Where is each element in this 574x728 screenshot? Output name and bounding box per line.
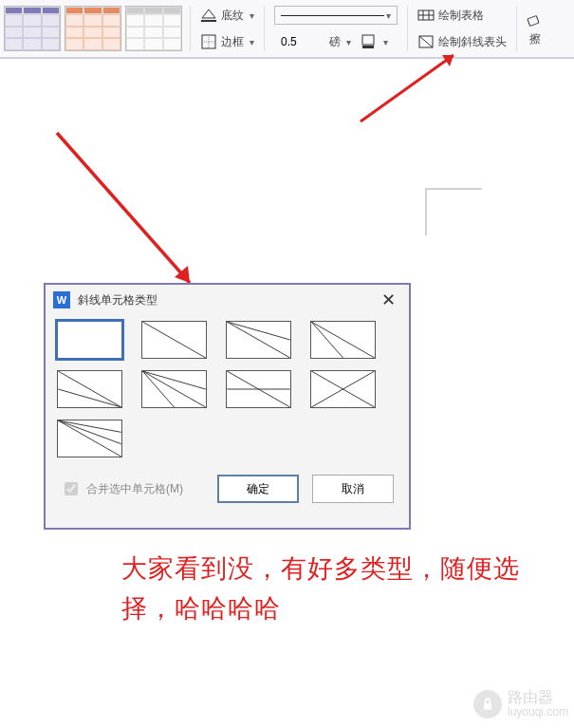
- line-width-number: 0.5: [281, 35, 297, 48]
- svg-line-24: [142, 371, 206, 407]
- watermark-brand: 路由器: [508, 689, 568, 706]
- draw-diagonal-icon: [417, 33, 435, 50]
- svg-line-17: [142, 322, 206, 358]
- diagonal-options-grid: [46, 315, 409, 461]
- watermark-sub: luyouqi.com: [508, 706, 568, 719]
- svg-line-23: [58, 389, 121, 407]
- diagonal-option-three[interactable]: [141, 370, 207, 408]
- svg-line-13: [361, 55, 454, 121]
- svg-line-21: [311, 322, 343, 358]
- separator: [516, 6, 517, 51]
- svg-line-11: [419, 36, 433, 47]
- svg-line-19: [227, 322, 290, 340]
- draw-table-icon: [417, 7, 435, 24]
- dialog-titlebar: W 斜线单元格类型 ✕: [46, 285, 409, 315]
- cancel-button-label: 取消: [342, 481, 364, 497]
- line-color-icon[interactable]: [361, 33, 378, 50]
- ok-button[interactable]: 确定: [217, 475, 299, 503]
- table-style-option[interactable]: [125, 6, 182, 51]
- svg-line-20: [311, 322, 375, 358]
- svg-rect-0: [201, 20, 216, 22]
- eraser-icon[interactable]: [527, 10, 544, 28]
- line-group: ▾ 0.5 磅 ▾ ▾: [272, 0, 399, 57]
- eraser-label[interactable]: 擦: [529, 31, 541, 47]
- diagonal-option-cross[interactable]: [310, 370, 376, 408]
- border-icon: [200, 33, 217, 50]
- dialog-button-row: 合并选中单元格(M) 确定 取消: [46, 465, 409, 513]
- diagonal-option-two-top[interactable]: [226, 321, 291, 359]
- svg-line-26: [142, 371, 174, 407]
- merge-cells-label: 合并选中单元格(M): [86, 481, 183, 497]
- close-icon[interactable]: ✕: [376, 288, 401, 312]
- line-color-dropdown-icon[interactable]: ▾: [383, 37, 388, 47]
- ok-button-label: 确定: [247, 481, 269, 497]
- svg-rect-34: [484, 703, 491, 709]
- svg-line-15: [57, 133, 190, 283]
- annotation-arrow: [57, 133, 218, 307]
- svg-line-32: [58, 420, 121, 444]
- diagonal-option-none[interactable]: [57, 321, 122, 359]
- merge-cells-checkbox[interactable]: 合并选中单元格(M): [61, 479, 183, 498]
- border-dropdown-icon[interactable]: ▾: [250, 37, 254, 47]
- svg-rect-5: [362, 46, 374, 48]
- table-style-gallery[interactable]: [4, 0, 182, 57]
- draw-diagonal-label[interactable]: 绘制斜线表头: [438, 34, 507, 50]
- separator: [264, 6, 265, 51]
- shading-label[interactable]: 底纹: [221, 8, 244, 24]
- cancel-button[interactable]: 取消: [312, 475, 394, 503]
- annotation-text: 大家看到没，有好多类型，随便选择，哈哈哈哈: [121, 549, 520, 628]
- svg-line-25: [142, 371, 206, 389]
- diagonal-option-two-left[interactable]: [310, 321, 376, 359]
- svg-rect-12: [528, 15, 539, 26]
- draw-group: 绘制表格 绘制斜线表头: [416, 0, 509, 57]
- eraser-group: 擦: [525, 0, 546, 57]
- diagonal-option-triple-mid[interactable]: [226, 370, 291, 408]
- page-edge-marker: [425, 188, 482, 235]
- border-label[interactable]: 边框: [221, 34, 244, 50]
- watermark: 路由器 luyouqi.com: [473, 689, 568, 719]
- line-style-picker[interactable]: ▾: [274, 6, 398, 25]
- table-style-option[interactable]: [4, 6, 61, 51]
- merge-cells-input[interactable]: [65, 482, 78, 495]
- annotation-arrow: [361, 49, 474, 128]
- lock-icon: [473, 690, 502, 719]
- diagonal-option-split-top[interactable]: [57, 370, 122, 408]
- diagonal-cell-dialog: W 斜线单元格类型 ✕ 合并选中单元格(M) 确定 取消: [44, 283, 411, 530]
- table-style-option[interactable]: [65, 6, 121, 51]
- diagonal-option-tl-br[interactable]: [141, 321, 207, 359]
- svg-line-22: [58, 371, 121, 407]
- shading-dropdown-icon[interactable]: ▾: [250, 10, 254, 21]
- line-width-unit: 磅: [329, 34, 341, 50]
- draw-table-label[interactable]: 绘制表格: [438, 8, 484, 24]
- shading-border-group: 底纹 ▾ 边框 ▾: [198, 0, 256, 57]
- line-width-dropdown-icon[interactable]: ▾: [346, 37, 351, 47]
- app-icon: W: [53, 291, 70, 308]
- separator: [407, 6, 408, 51]
- separator: [190, 6, 191, 51]
- svg-line-18: [227, 322, 290, 358]
- diagonal-option-fan[interactable]: [57, 420, 122, 457]
- ribbon: 底纹 ▾ 边框 ▾ ▾ 0.5 磅 ▾ ▾: [0, 0, 574, 59]
- shading-icon: [200, 7, 217, 24]
- line-width-value[interactable]: 0.5: [274, 31, 325, 52]
- svg-rect-4: [362, 35, 374, 45]
- dialog-title: 斜线单元格类型: [78, 292, 157, 308]
